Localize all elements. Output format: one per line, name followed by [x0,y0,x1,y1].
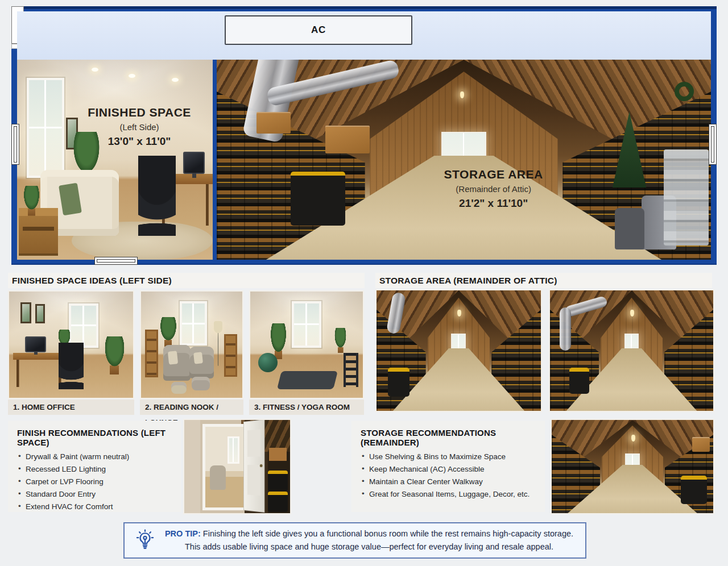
storage-bin [569,368,589,394]
storage-area-subtitle: (Remainder of Attic) [370,184,617,194]
finished-space-photo: FINISHED SPACE (Left Side) 13'0" x 11'0" [17,60,213,260]
room-window [228,436,239,464]
clear-bin-stack [664,149,708,245]
wreath [675,82,694,101]
home-office-photo [8,290,134,399]
office-chair [138,156,175,236]
window-marker-left [11,124,19,165]
storage-bin [291,172,345,226]
storage-area-photo: STORAGE AREA (Remainder of Attic) 21'2" … [217,60,711,260]
storage-bin [268,492,288,512]
storage-bin [388,368,410,397]
storage-attic-photo-2 [549,289,714,412]
finished-space-dimensions: 13'0" x 11'0" [72,135,206,148]
list-item: Use Shelving & Bins to Maximize Space [361,452,536,461]
storage-section-title: STORAGE AREA (REMAINDER OF ATTIC) [375,273,712,288]
storage-recommendations-title: STORAGE RECOMMENDATIONS (REMAINDER) [361,428,536,447]
plan-top-strip: AC [17,11,711,60]
room-window [180,301,207,346]
armchair [189,347,214,378]
finished-space-title: FINISHED SPACE [72,106,206,119]
cardboard-box [692,437,710,452]
room-furniture [210,465,226,490]
plant [104,336,126,374]
desk [13,353,65,387]
exercise-ball [258,353,278,372]
plan-photos-row: FINISHED SPACE (Left Side) 13'0" x 11'0" [17,60,711,260]
ceiling-light [129,74,135,78]
ceiling-light [92,68,98,72]
ceiling-light [172,78,179,82]
white-door [243,419,264,513]
ac-label: AC [311,24,326,36]
list-item: Standard Door Entry [17,490,172,498]
bookshelf [224,334,237,377]
office-chair [59,343,84,389]
hvac-duct [560,307,571,351]
small-plant [23,186,40,216]
reading-nook-caption: 2. READING NOOK / LOUNGE [140,399,243,415]
home-office-caption: 1. HOME OFFICE [8,399,134,415]
list-item: Carpet or LVP Flooring [17,477,172,486]
storage-walkway-photo [551,419,714,514]
ideas-section-title: FINISHED SPACE IDEAS (LEFT SIDE) [8,273,365,288]
fitness-room-caption: 3. FITNESS / YOGA ROOM [249,399,364,415]
desk-monitor [183,152,205,174]
pro-tip-box: PRO TIP: Finishing the left side gives y… [123,522,586,559]
window-marker-right [709,124,717,165]
ac-unit-box: AC [225,15,412,45]
storage-area-title: STORAGE AREA [370,168,617,181]
room-window [69,303,98,348]
attic-floor-plan: AC FINISHED SPACE (Left Side) 13'0" x 11… [11,6,717,265]
finish-recommendations-title: FINISH RECOMMENDATIONS (LEFT SPACE) [17,428,172,447]
list-item: Extend HVAC for Comfort [17,502,172,511]
armchair [163,345,191,381]
framed-art [20,302,32,323]
floor-lamp [213,321,223,366]
list-item: Great for Seasonal Items, Luggage, Decor… [361,490,536,498]
list-item: Maintain a Clear Center Walkway [361,477,536,486]
storage-attic-photo-1 [375,289,542,412]
lightbulb-icon [134,528,156,553]
yoga-mat [278,371,338,389]
storage-bin [268,471,288,491]
list-item: Drywall & Paint (warm neutral) [17,452,172,461]
storage-area-label: STORAGE AREA (Remainder of Attic) 21'2" … [370,168,617,210]
room-window [27,78,64,178]
reading-nook-photo [140,290,243,399]
pro-tip-line1: Finishing the left side gives you a func… [203,529,573,538]
pro-tip-text: PRO TIP: Finishing the left side gives y… [164,527,574,553]
finished-space-subtitle: (Left Side) [72,122,206,132]
framed-art [35,304,45,323]
finish-recommendations-list: Drywall & Paint (warm neutral) Recessed … [17,452,172,511]
footstool [171,382,187,394]
pro-tip-label: PRO TIP: [165,529,201,538]
fitness-room-photo [249,290,364,399]
small-plant [334,328,348,353]
list-item: Recessed LED Lighting [17,465,172,473]
bookshelf [145,330,158,377]
window-marker-bottom [94,257,138,265]
list-item: Keep Mechanical (AC) Accessible [361,465,536,473]
storage-area-dimensions: 21'2" x 11'10" [370,197,617,210]
cardboard-box [269,448,287,461]
doorway-opening [202,424,247,511]
storage-recommendations-list: Use Shelving & Bins to Maximize Space Ke… [361,452,536,498]
pro-tip-line2: This adds usable living space and huge s… [185,542,553,551]
room-window [292,301,321,348]
door-entry-photo [183,419,291,514]
finished-space-label: FINISHED SPACE (Left Side) 13'0" x 11'0" [72,106,206,148]
cardboard-box [325,126,370,153]
ottoman [192,377,210,390]
desk-monitor [25,336,46,352]
cardboard-box [257,112,291,134]
finish-recommendations-box: FINISH RECOMMENDATIONS (LEFT SPACE) Dryw… [8,421,181,512]
luggage [615,208,644,250]
dumbbell-rack [344,353,358,387]
plant [159,317,177,347]
storage-recommendations-box: STORAGE RECOMMENDATIONS (REMAINDER) Use … [351,421,545,512]
storage-bin [681,476,706,503]
